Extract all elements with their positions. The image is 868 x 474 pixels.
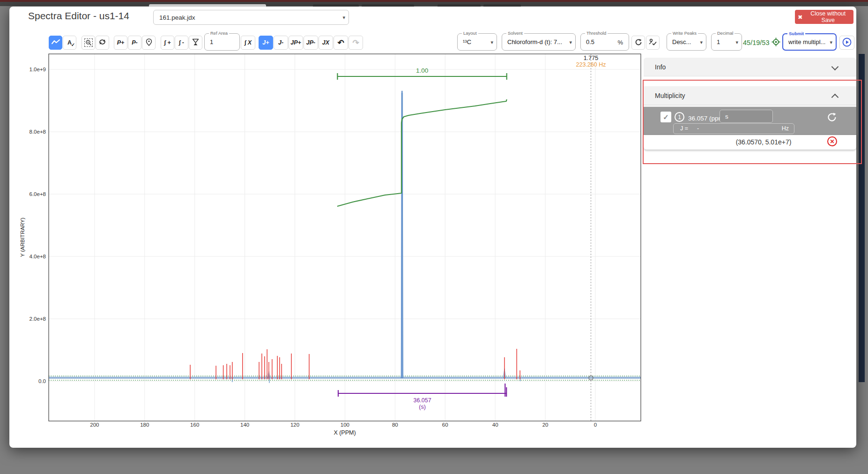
multiplicity-accordion-header[interactable]: Multiplicity (644, 86, 856, 105)
multiplet-checkbox[interactable]: ✓ (660, 112, 671, 122)
chevron-down-icon (831, 63, 839, 71)
y-tick-label: 4.0e+8 (30, 254, 46, 259)
j-value: - (697, 125, 699, 132)
peak-entry-value: (36.0570, 5.01e+7) (679, 138, 848, 146)
x-tick-label: 200 (90, 422, 99, 428)
multiplet-label: 36.057 (413, 397, 431, 404)
integral-label: 1.00 (416, 67, 428, 74)
crosshair-hz-label: 223.260 Hz (576, 61, 606, 68)
delete-peak-button[interactable]: ✕ (827, 136, 837, 146)
x-tick-label: 60 (442, 422, 448, 428)
refresh-multiplet-icon[interactable] (826, 112, 838, 125)
multiplet-index-badge: 1 (675, 112, 684, 122)
multiplicity-title: Multiplicity (655, 92, 685, 99)
screen: Spectra Editor - us1-14 161.peak.jdx ▾ ✖… (0, 0, 868, 474)
j-label: J = (680, 125, 688, 132)
multiplet-bracket (338, 384, 506, 397)
x-tick-label: 120 (290, 422, 299, 428)
x-axis-title: X (PPM) (334, 429, 356, 436)
x-tick-label: 0 (594, 422, 597, 428)
x-icon: ✕ (830, 138, 834, 145)
crosshair-ppm-label: 1.775 (584, 55, 598, 61)
info-accordion-header[interactable]: Info (644, 58, 856, 76)
y-axis-title: Y (ARBITRARY) (20, 218, 25, 257)
x-tick-label: 80 (392, 422, 398, 428)
x-tick-label: 140 (240, 422, 249, 428)
x-tick-label: 20 (542, 422, 549, 428)
integral-bracket (337, 73, 506, 80)
x-tick-label: 160 (190, 422, 199, 428)
y-tick-label: 6.0e+8 (30, 191, 46, 197)
y-tick-label: 0.0 (38, 378, 46, 384)
x-tick-label: 100 (341, 422, 349, 428)
j-coupling-box[interactable]: J = - Hz (673, 123, 794, 134)
x-tick-label: 40 (492, 422, 498, 428)
y-tick-label: 8.0e+8 (30, 129, 46, 135)
info-title: Info (655, 63, 666, 71)
y-tick-label: 2.0e+8 (30, 316, 46, 322)
y-tick-label: 1.0e+9 (30, 67, 46, 72)
check-icon: ✓ (663, 113, 669, 121)
multiplet-index: 1 (678, 114, 681, 120)
multiplet-type-label: (s) (419, 404, 426, 410)
x-tick-label: 180 (140, 422, 149, 428)
multiplicity-type-input[interactable]: s (720, 110, 773, 123)
chevron-up-icon (831, 94, 839, 101)
multiplicity-type-value: s (725, 113, 728, 120)
integral-curve (337, 99, 507, 206)
j-unit: Hz (782, 125, 789, 132)
